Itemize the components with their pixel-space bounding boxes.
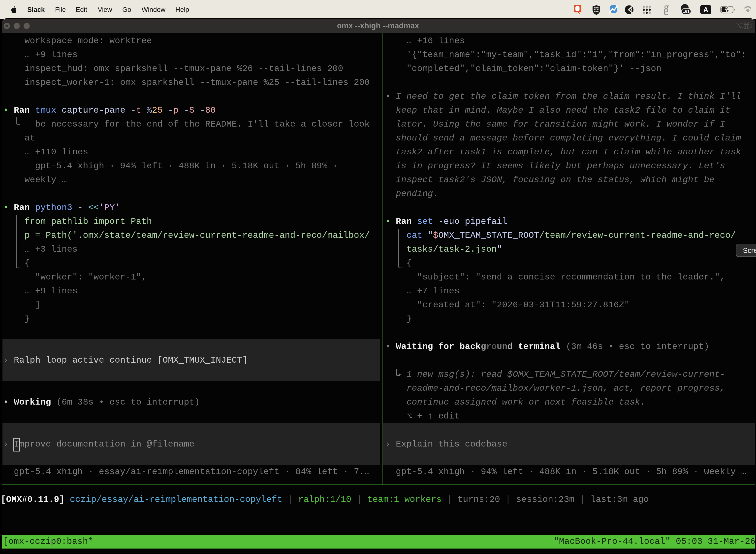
svg-text:1: 1 <box>749 22 752 29</box>
svg-text:..61: ..61 <box>683 9 690 14</box>
svg-text:A: A <box>703 6 708 13</box>
